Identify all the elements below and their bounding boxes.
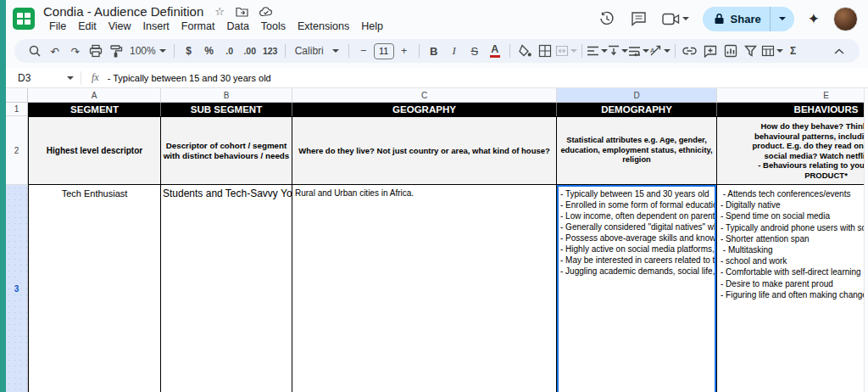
cell-a3[interactable]: Tech Enthusiast [28,185,161,392]
name-box[interactable]: D3 [6,72,81,84]
svg-text:A: A [650,47,655,54]
cell-b2[interactable]: Descriptor of cohort / segment with dist… [161,116,292,185]
menu-help[interactable]: Help [355,20,389,33]
account-avatar[interactable] [833,7,858,31]
text-rotation-button[interactable]: A [649,41,670,61]
format-currency-button[interactable]: $ [179,41,199,61]
menu-insert[interactable]: Insert [137,20,175,33]
hide-menus-chevron[interactable] [829,41,849,61]
horizontal-align-button[interactable] [587,41,608,61]
print-icon[interactable] [86,41,106,61]
row-3: 3 Tech Enthusiast Students and Tech-Savv… [6,185,868,392]
text-wrap-button[interactable] [628,41,649,61]
left-edge-strip [0,0,6,392]
table-views-button[interactable] [761,41,783,61]
menu-format[interactable]: Format [175,20,221,33]
cell-d3-text: - Typically between 15 and 30 years old … [557,185,716,277]
increase-decimal-button[interactable]: .00 [240,41,260,61]
menu-tools[interactable]: Tools [255,20,292,33]
row-1: 1 SEGMENT SUB SEGMENT GEOGRAPHY DEMOGRAP… [6,103,868,116]
column-header-e[interactable]: E [717,88,868,103]
meet-dropdown-caret[interactable] [682,17,689,20]
more-formats-button[interactable]: 123 [260,41,281,61]
search-icon[interactable] [25,41,45,61]
merge-cells-button[interactable] [555,41,577,61]
column-header-c[interactable]: C [292,88,557,103]
cell-a2[interactable]: Highest level descriptor [28,116,161,185]
vertical-align-button[interactable] [608,41,628,61]
insert-chart-icon[interactable] [721,41,741,61]
column-header-b[interactable]: B [161,88,292,103]
fx-icon: fx [81,71,108,84]
decrease-decimal-button[interactable]: .0 [220,41,240,61]
lock-icon [714,13,725,25]
vertical-scrollbar[interactable] [864,88,868,392]
strikethrough-button[interactable]: S [465,41,485,61]
comment-history-icon[interactable] [630,9,648,28]
menu-edit[interactable]: Edit [72,20,103,33]
menu-bar: File Edit View Insert Format Data Tools … [43,20,389,33]
font-family-selector[interactable]: Calibri [290,41,344,61]
cell-d3-selected[interactable]: - Typically between 15 and 30 years old … [557,185,717,392]
select-all-corner[interactable] [6,88,28,103]
bold-button[interactable]: B [424,41,444,61]
spreadsheet-grid: A B C D E 1 SEGMENT SUB SEGMENT GEOGRAPH… [6,88,868,392]
font-size-input[interactable]: 11 [374,43,394,59]
cell-e3[interactable]: - Attends tech conferences/events - Digi… [717,185,868,392]
share-dropdown-caret[interactable] [771,7,794,31]
cell-a1[interactable]: SEGMENT [28,103,161,116]
zoom-control[interactable]: 100% [126,41,170,61]
gemini-sparkle-icon[interactable]: ✦ [808,10,820,28]
star-icon[interactable]: ☆ [214,6,225,17]
row-header-2[interactable]: 2 [6,116,28,185]
formula-input[interactable]: - Typically between 15 and 30 years old [108,73,271,83]
fill-color-button[interactable] [515,41,535,61]
row-header-3-selected[interactable]: 3 [6,185,28,392]
borders-button[interactable] [535,41,555,61]
version-history-icon[interactable] [598,9,616,28]
google-sheets-app: Condia - Audience Definition ☆ File Edit [6,0,868,392]
cell-c2[interactable]: Where do they live? Not just country or … [292,116,557,185]
increase-font-size-button[interactable]: + [394,41,415,61]
row-2: 2 Highest level descriptor Descriptor of… [6,116,868,185]
share-button[interactable]: Share [703,7,794,31]
menu-data[interactable]: Data [220,20,254,33]
row-header-1[interactable]: 1 [6,103,28,116]
active-cell-reference: D3 [18,72,31,84]
format-percent-button[interactable]: % [199,41,220,61]
name-box-caret[interactable] [67,76,74,80]
cell-b3[interactable]: Students and Tech-Savvy Youth [161,185,292,392]
cell-c3[interactable]: Rural and Urban cities in Africa. [292,185,557,392]
paint-format-icon[interactable] [106,41,126,61]
share-label: Share [731,13,761,25]
cell-b1[interactable]: SUB SEGMENT [161,103,292,116]
column-header-a[interactable]: A [28,88,161,103]
menu-view[interactable]: View [103,20,137,33]
toolbar-container: ↶ ↷ 100% $ % .0 .00 123 Calibri − 11 + B… [6,37,868,68]
undo-icon[interactable]: ↶ [45,41,65,61]
top-bar: Condia - Audience Definition ☆ File Edit [6,0,868,37]
document-title[interactable]: Condia - Audience Definition [43,4,203,19]
cell-d1[interactable]: DEMOGRAPHY [557,103,717,116]
meet-call-control[interactable] [662,13,689,25]
italic-button[interactable]: I [444,41,465,61]
toolbar: ↶ ↷ 100% $ % .0 .00 123 Calibri − 11 + B… [14,39,860,63]
formula-bar: D3 fx - Typically between 15 and 30 year… [6,68,868,88]
text-color-button[interactable]: A [485,41,505,61]
cell-d2[interactable]: Statistical attributes e.g. Age, gender,… [557,116,717,185]
menu-file[interactable]: File [43,20,72,33]
sheets-logo-icon[interactable] [13,8,35,30]
redo-icon[interactable]: ↷ [65,41,86,61]
functions-button[interactable]: Σ [783,41,804,61]
decrease-font-size-button[interactable]: − [353,41,374,61]
menu-extensions[interactable]: Extensions [292,20,355,33]
insert-comment-icon[interactable] [700,41,721,61]
cell-c1[interactable]: GEOGRAPHY [292,103,557,116]
insert-link-icon[interactable] [680,41,700,61]
column-header-d-selected[interactable]: D [557,88,717,103]
cell-e2[interactable]: How do they behave? Think about behaviou… [717,116,868,185]
cell-e1[interactable]: BEHAVIOURS [717,103,868,116]
cloud-saved-icon[interactable] [259,7,273,17]
create-filter-icon[interactable] [741,41,761,61]
move-folder-icon[interactable] [236,6,248,17]
